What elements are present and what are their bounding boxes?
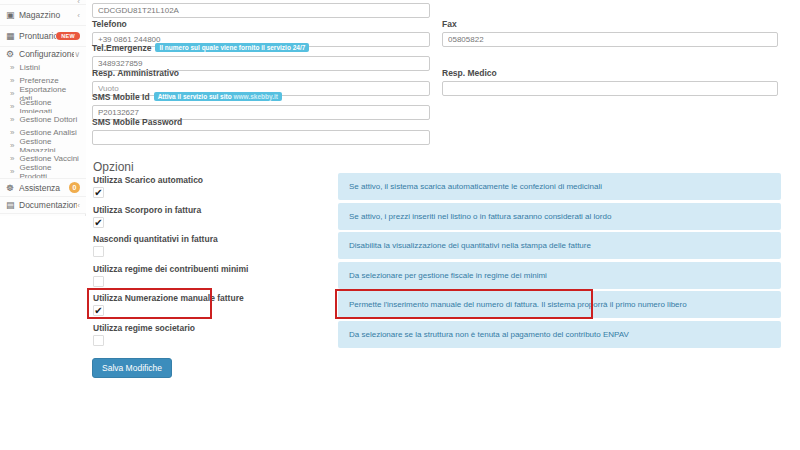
sidebar-item-label: Prontuario farmaci <box>19 31 56 41</box>
chevron-down-icon: ∨ <box>74 50 80 59</box>
telefono-label: Telefono <box>92 19 430 29</box>
tel-emergenze-info-badge: Il numero sul quale viene fornito il ser… <box>155 43 309 52</box>
sidebar-item-label: Assistenza <box>19 183 69 193</box>
chevron-left-icon: ‹ <box>77 201 80 210</box>
fiscal-code-group <box>92 3 430 18</box>
option-checkbox[interactable] <box>93 246 104 257</box>
gear-icon: ⚙ <box>6 49 19 59</box>
subitem-marker-icon: » <box>10 89 14 98</box>
option-label: Utilizza Scarico automatico <box>93 175 203 185</box>
sidebar-item-assistenza[interactable]: ☸ Assistenza 0 <box>0 178 86 196</box>
sms-mobile-password-group: SMS Mobile Password <box>92 117 430 145</box>
fiscal-code-input[interactable] <box>92 3 430 18</box>
sidebar-item-magazzino[interactable]: ▣ Magazzino ‹ <box>0 4 86 25</box>
box-icon: ▣ <box>6 10 19 20</box>
option-checkbox[interactable]: ✔ <box>93 187 104 198</box>
resp-medico-input[interactable] <box>442 81 778 96</box>
sms-mobile-id-label: SMS Mobile IdAttiva il servizio sul sito… <box>92 92 430 102</box>
chevron-left-icon: ‹ <box>77 11 80 20</box>
options-list: Utilizza Scarico automatico ✔ Se attivo,… <box>92 173 783 350</box>
resp-amministrativo-label: Resp. Amministrativo <box>92 68 430 78</box>
subitem-marker-icon: » <box>10 76 14 85</box>
sidebar-item-configurazione[interactable]: ⚙ Configurazione ∨ <box>0 46 86 61</box>
option-label: Utilizza Numerazione manuale fatture <box>93 293 244 303</box>
subitem-marker-icon: » <box>10 102 14 111</box>
option-label: Nascondi quantitativi in fattura <box>93 234 218 244</box>
option-label: Utilizza regime societario <box>93 323 195 333</box>
sms-mobile-password-input[interactable] <box>92 130 430 145</box>
option-row-regime-societario: Utilizza regime societario Da selezionar… <box>92 321 783 348</box>
options-heading: Opzioni <box>93 160 134 174</box>
option-checkbox[interactable]: ✔ <box>93 305 104 316</box>
option-info-box: Da selezionare per gestione fiscale in r… <box>338 262 781 289</box>
option-row-numerazione-manuale-fatture: Utilizza Numerazione manuale fatture ✔ P… <box>92 291 783 318</box>
app-window: ‹ ▣ Magazzino ‹ ▦ Prontuario farmaci NEW… <box>0 0 800 450</box>
tel-emergenze-label-text: Tel.Emergenze <box>92 43 151 53</box>
sms-mobile-id-group: SMS Mobile IdAttiva il servizio sul sito… <box>92 92 430 120</box>
life-ring-icon: ☸ <box>6 183 19 193</box>
subitem-marker-icon: » <box>10 154 14 163</box>
subitem-marker-icon: » <box>10 141 14 150</box>
option-label: Utilizza Scorporo in fattura <box>93 205 201 215</box>
sms-mobile-password-label: SMS Mobile Password <box>92 117 430 127</box>
option-info-box: Disabilita la visualizzazione dei quanti… <box>338 232 781 259</box>
option-label: Utilizza regime dei contribuenti minimi <box>93 264 248 274</box>
option-row-nascondi-quantitativi: Nascondi quantitativi in fattura Disabil… <box>92 232 783 259</box>
sms-mobile-id-info-badge: Attiva il servizio sul sito www.skebby.i… <box>154 92 282 101</box>
subitem-marker-icon: » <box>10 115 14 124</box>
sidebar-subitem-gestione-dottori[interactable]: » Gestione Dottori <box>0 113 86 126</box>
resp-medico-label: Resp. Medico <box>442 68 778 78</box>
resp-medico-group: Resp. Medico <box>442 68 778 96</box>
sidebar-item-label: Documentazione <box>19 200 77 210</box>
sms-mobile-id-label-text: SMS Mobile Id <box>92 92 150 102</box>
subitem-label: Gestione Dottori <box>19 115 77 124</box>
option-checkbox[interactable]: ✔ <box>93 217 104 228</box>
sidebar-subitem-listini[interactable]: » Listini <box>0 61 86 74</box>
sidebar-subitem-gestione-prodotti[interactable]: » Gestione Prodotti <box>0 165 86 178</box>
subitem-marker-icon: » <box>10 63 14 72</box>
sms-badge-text: Attiva il servizio sul sito <box>158 93 232 100</box>
new-badge: NEW <box>56 32 80 40</box>
option-row-scorporo-fattura: Utilizza Scorporo in fattura ✔ Se attivo… <box>92 203 783 230</box>
sms-badge-link: www.skebby.it <box>234 93 278 100</box>
assistenza-count-badge: 0 <box>69 182 80 193</box>
option-row-scarico-automatico: Utilizza Scarico automatico ✔ Se attivo,… <box>92 173 783 200</box>
option-info-box: Da selezionare se la struttura non è ten… <box>338 321 781 348</box>
sidebar-subitem-gestione-impiegati[interactable]: » Gestione Impiegati <box>0 100 86 113</box>
subitem-marker-icon: » <box>10 167 14 176</box>
option-info-box: Se attivo, i prezzi inseriti nel listino… <box>338 203 781 230</box>
sidebar-item-prontuario-farmaci[interactable]: ▦ Prontuario farmaci NEW <box>0 25 86 46</box>
sidebar: ‹ ▣ Magazzino ‹ ▦ Prontuario farmaci NEW… <box>0 0 86 216</box>
sidebar-item-documentazione[interactable]: ▤ Documentazione ‹ <box>0 196 86 214</box>
book-icon: ▤ <box>6 200 19 210</box>
option-info-box: Se attivo, il sistema scarica automatica… <box>338 173 781 200</box>
option-info-box: Permette l'inserimento manuale del numer… <box>338 291 781 318</box>
tel-emergenze-group: Tel.EmergenzeIl numero sul quale viene f… <box>92 43 430 71</box>
fax-label: Fax <box>442 19 778 29</box>
grid-icon: ▦ <box>6 31 19 41</box>
subitem-marker-icon: » <box>10 128 14 137</box>
sidebar-subitem-gestione-magazzini[interactable]: » Gestione Magazzini <box>0 139 86 152</box>
subitem-label: Listini <box>19 63 39 72</box>
option-checkbox[interactable] <box>93 276 104 287</box>
sidebar-item-label: Magazzino <box>19 10 77 20</box>
fax-input[interactable] <box>442 32 778 47</box>
tel-emergenze-label: Tel.EmergenzeIl numero sul quale viene f… <box>92 43 430 53</box>
option-row-regime-contribuenti-minimi: Utilizza regime dei contribuenti minimi … <box>92 262 783 289</box>
save-button[interactable]: Salva Modifiche <box>92 358 172 378</box>
option-checkbox[interactable] <box>93 335 104 346</box>
fax-group: Fax <box>442 19 778 47</box>
sidebar-item-label: Configurazione <box>19 49 74 59</box>
